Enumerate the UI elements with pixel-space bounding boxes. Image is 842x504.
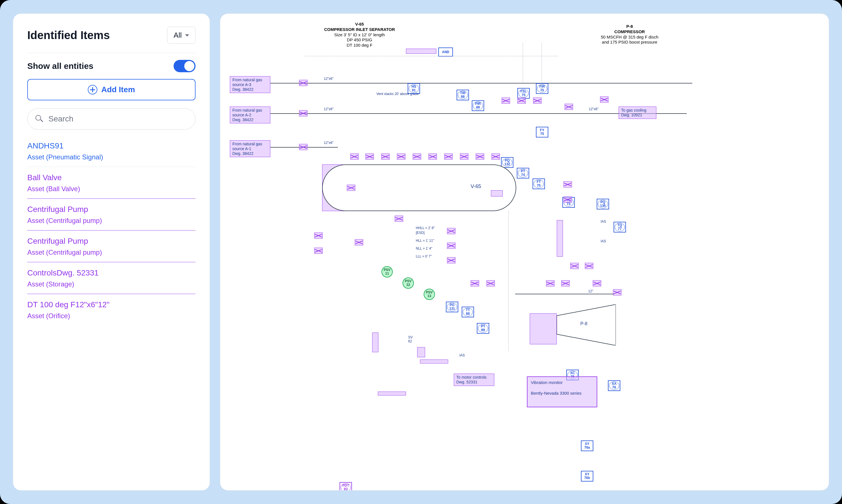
show-entities-toggle[interactable] <box>174 60 195 72</box>
valve-icon[interactable] <box>350 154 359 160</box>
tag-pq135[interactable]: PQ135 <box>597 199 609 210</box>
valve-icon[interactable] <box>600 96 609 103</box>
valve-icon[interactable] <box>570 263 579 269</box>
valve-icon[interactable] <box>314 248 323 254</box>
valve-icon[interactable] <box>486 280 495 286</box>
valve-icon[interactable] <box>299 110 308 116</box>
gas-cooling[interactable]: To gas cooling Dwg. 10921 <box>619 107 656 119</box>
label: SV <box>408 335 413 339</box>
signal-line <box>508 211 509 351</box>
valve-icon[interactable] <box>381 154 390 160</box>
filter-select[interactable]: All <box>167 27 195 44</box>
valve-icon[interactable] <box>447 257 455 264</box>
valve-icon[interactable] <box>347 185 355 191</box>
item-sub: Asset (Pneumatic Signal) <box>27 153 195 161</box>
pid-diagram[interactable]: V-65 COMPRESSOR INLET SEPARATOR Size 3' … <box>220 14 829 490</box>
valve-icon[interactable] <box>395 216 403 222</box>
tag-and[interactable]: AND <box>438 48 453 56</box>
valve-icon[interactable] <box>447 242 455 249</box>
asset-marker[interactable] <box>557 220 563 257</box>
asset-marker[interactable] <box>378 392 406 396</box>
valve-icon[interactable] <box>397 154 405 160</box>
signal-line <box>305 56 558 56</box>
item-title: Centrifugal Pump <box>27 237 195 246</box>
tag-pt74[interactable]: PT74 <box>517 168 529 179</box>
add-item-button[interactable]: Add Item <box>27 79 195 100</box>
asset-marker[interactable] <box>420 360 448 363</box>
tag-pdt93[interactable]: PDT93 <box>339 482 352 490</box>
label: NLL = 1' 4" <box>416 247 432 250</box>
tag-fir75[interactable]: FIR75 <box>536 83 548 94</box>
valve-icon[interactable] <box>593 280 601 286</box>
tag-tt88[interactable]: TT88 <box>462 307 474 317</box>
valve-icon[interactable] <box>299 80 308 86</box>
toggle-row: Show all entities <box>27 60 195 72</box>
valve-icon[interactable] <box>476 154 484 160</box>
tag-psv13[interactable]: PSV13 <box>424 289 435 300</box>
asset-marker[interactable] <box>491 190 503 197</box>
item-title: Ball Valve <box>27 173 195 182</box>
tag-fy75[interactable]: FY75 <box>536 127 548 138</box>
tag-psv12[interactable]: PSV12 <box>403 277 414 289</box>
tag-pt89[interactable]: PT89 <box>477 323 489 334</box>
valve-icon[interactable] <box>444 154 453 160</box>
label: HHLL = 2' 8" <box>416 226 435 230</box>
tag-psv11[interactable]: PSV11 <box>382 266 393 277</box>
vessel-label: V-65 <box>471 183 481 190</box>
sidebar-header: Identified Items All <box>27 27 195 44</box>
valve-icon[interactable] <box>460 154 469 160</box>
header-v65: V-65 COMPRESSOR INLET SEPARATOR Size 3' … <box>313 22 406 48</box>
tag-xy76b[interactable]: XY76b <box>581 471 593 482</box>
valve-icon[interactable] <box>533 97 542 104</box>
tag-xa76[interactable]: XA76 <box>608 380 620 391</box>
tag-ft75[interactable]: FT75 <box>532 179 545 189</box>
asset-marker[interactable] <box>406 49 436 54</box>
valve-icon[interactable] <box>613 289 621 295</box>
item-title: Centrifugal Pump <box>27 205 195 214</box>
valve-icon[interactable] <box>447 228 455 234</box>
motor-controls[interactable]: To motor controls Dwg. 52331 <box>454 374 494 386</box>
valve-icon[interactable] <box>314 232 323 239</box>
list-item[interactable]: Centrifugal Pump Asset (Centrifugal pump… <box>27 231 195 262</box>
list-item[interactable]: Centrifugal Pump Asset (Centrifugal pump… <box>27 199 195 231</box>
list-item[interactable]: Ball Valve Asset (Ball Valve) <box>27 167 195 199</box>
valve-icon[interactable] <box>502 97 510 104</box>
valve-icon[interactable] <box>491 154 500 160</box>
motor-highlight[interactable] <box>530 313 557 344</box>
asset-marker[interactable] <box>372 332 379 352</box>
valve-icon[interactable] <box>518 97 526 104</box>
source-a3[interactable]: From natural gas source A-3 Dwg. 38422 <box>230 76 270 93</box>
valve-icon[interactable] <box>428 154 437 160</box>
valve-icon[interactable] <box>299 144 308 150</box>
valve-icon[interactable] <box>413 154 421 160</box>
tag-tq77[interactable]: TQ77 <box>614 222 626 232</box>
valve-icon[interactable] <box>561 280 570 286</box>
valve-icon[interactable] <box>563 197 572 203</box>
item-title: ControlsDwg. 52331 <box>27 268 195 277</box>
asset-marker[interactable] <box>417 347 425 357</box>
tag-hs91[interactable]: HS91 <box>408 83 420 94</box>
item-sub: Asset (Centrifugal pump) <box>27 217 195 224</box>
list-item[interactable]: ANDHS91 Asset (Pneumatic Signal) <box>27 135 195 167</box>
valve-icon[interactable] <box>546 280 555 286</box>
tag-tir88[interactable]: TIR88 <box>457 90 469 100</box>
search-input[interactable]: Search <box>27 108 195 130</box>
tag-pq132[interactable]: PQ132 <box>501 157 513 168</box>
valve-icon[interactable] <box>565 104 573 110</box>
list-item[interactable]: DT 100 deg F12"x6"12" Asset (Orifice) <box>27 294 195 325</box>
signal-line <box>523 43 523 83</box>
valve-icon[interactable] <box>563 181 572 187</box>
source-a2[interactable]: From natural gas source A-2 Dwg. 38422 <box>230 107 270 123</box>
tag-pir89[interactable]: PIR89 <box>472 100 484 111</box>
valve-icon[interactable] <box>355 239 363 246</box>
valve-icon[interactable] <box>471 280 479 286</box>
source-a1[interactable]: From natural gas source A-1 Dwg. 38422 <box>230 140 270 157</box>
valve-icon[interactable] <box>585 263 593 269</box>
search-placeholder: Search <box>48 114 73 123</box>
tag-xy76a[interactable]: XY76a <box>581 440 593 451</box>
valve-icon[interactable] <box>365 154 374 160</box>
vibration-monitor[interactable]: Vibration monitor Bently-Nevada 3300 ser… <box>527 376 597 407</box>
tag-pg131[interactable]: PG131 <box>446 302 458 312</box>
list-item[interactable]: ControlsDwg. 52331 Asset (Storage) <box>27 262 195 294</box>
tag-fsl75[interactable]: FSL75 <box>518 88 530 99</box>
